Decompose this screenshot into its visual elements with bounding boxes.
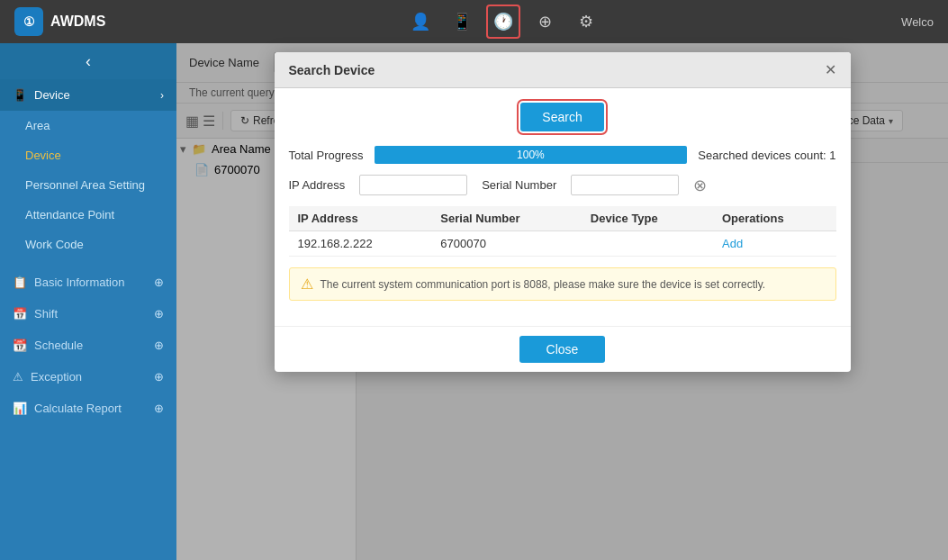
device-nav-btn[interactable]: 📱 [445,5,479,39]
basic-info-icon: 📋 [13,275,27,289]
modal-footer: Close [275,326,851,372]
result-row: 192.168.2.222 6700070 Add [289,231,836,257]
result-type [582,231,713,257]
warning-icon: ⚠ [301,275,313,293]
sidebar-bottom: 📋 Basic Information ⊕ 📅 Shift ⊕ 📆 Schedu… [0,266,176,424]
warning-row: ⚠ The current system communication port … [289,267,836,301]
modal-overlay: Search Device ✕ Search Total Progress 10… [176,43,948,560]
result-table: IP Address Serial Number Device Type Ope… [289,206,836,257]
nav-icons: 👤 📱 🕐 ⊕ ⚙ [123,5,883,39]
result-ip: 192.168.2.222 [289,231,432,257]
sidebar-device-header[interactable]: 📱 Device › [0,79,176,111]
device-section-icon: 📱 [13,88,27,102]
sidebar-schedule[interactable]: 📆 Schedule ⊕ [0,330,176,361]
exception-icon: ⚠ [13,370,23,384]
shift-icon: 📅 [13,307,27,321]
sidebar-item-workcode[interactable]: Work Code [0,230,176,259]
modal-close-btn[interactable]: ✕ [825,61,836,78]
sidebar-calc-report[interactable]: 📊 Calculate Report ⊕ [0,393,176,424]
add-device-link[interactable]: Add [722,237,743,250]
logo-icon: ① [14,7,43,36]
result-col-serial: Serial Number [431,206,582,231]
result-col-ip: IP Address [289,206,432,231]
warning-text: The current system communication port is… [321,278,766,291]
device-section-expand-icon: › [160,89,164,102]
app-logo: ① AWDMS [14,7,105,36]
main-layout: ‹ 📱 Device › Area Device Personnel Area … [0,43,948,560]
user-nav-icon[interactable]: 👤 [403,5,438,39]
progress-bar-fill: 100% [375,146,688,164]
clock-nav-btn[interactable]: 🕐 [486,5,520,39]
result-ops: Add [713,231,836,257]
exception-expand: ⊕ [154,370,164,384]
filter-serial-label: Serial Number [482,178,556,192]
sidebar-basic-info[interactable]: 📋 Basic Information ⊕ [0,266,176,298]
modal-search-button[interactable]: Search [520,103,603,131]
modal-header: Search Device ✕ [275,52,851,88]
filter-row: IP Address Serial Number ⊗ [289,175,836,195]
modal-close-button[interactable]: Close [519,336,606,363]
progress-bar-wrap: 100% [375,146,688,164]
sidebar-exception[interactable]: ⚠ Exception ⊕ [0,361,176,393]
sidebar-back-btn[interactable]: ‹ [0,43,176,79]
searched-count: Searched devices count: 1 [698,149,835,162]
top-nav: ① AWDMS 👤 📱 🕐 ⊕ ⚙ Welco [0,0,948,43]
search-device-modal: Search Device ✕ Search Total Progress 10… [275,52,851,372]
modal-title: Search Device [289,63,375,77]
progress-value: 100% [517,149,545,161]
sidebar-shift[interactable]: 📅 Shift ⊕ [0,298,176,330]
content-area: Device Name Serial Number 🔍 ✕ The curren… [176,43,948,560]
filter-clear-btn[interactable]: ⊗ [693,177,707,194]
filter-ip-label: IP Address [289,178,346,192]
sidebar-item-device[interactable]: Device [0,140,176,170]
basic-info-expand: ⊕ [154,275,164,289]
device-section-label: Device [34,88,70,102]
device-section: 📱 Device › Area Device Personnel Area Se… [0,79,176,259]
filter-ip-input[interactable] [359,175,467,195]
sidebar-item-attendance[interactable]: Attendance Point [0,200,176,230]
result-col-ops: Operations [713,206,836,231]
filter-serial-input[interactable] [571,175,679,195]
modal-body: Search Total Progress 100% Searched devi… [275,88,851,326]
result-serial: 6700070 [431,231,582,257]
sidebar: ‹ 📱 Device › Area Device Personnel Area … [0,43,176,560]
schedule-expand: ⊕ [154,339,164,352]
shift-expand: ⊕ [154,307,164,321]
total-progress-label: Total Progress [289,149,364,162]
welcome-text: Welco [901,15,934,29]
progress-row: Total Progress 100% Searched devices cou… [289,146,836,164]
add-nav-btn[interactable]: ⊕ [528,5,562,39]
sidebar-item-personnel[interactable]: Personnel Area Setting [0,170,176,200]
app-name: AWDMS [50,14,105,30]
settings-nav-btn[interactable]: ⚙ [569,5,603,39]
sidebar-item-area[interactable]: Area [0,111,176,140]
calc-report-icon: 📊 [13,402,27,415]
schedule-icon: 📆 [13,339,27,352]
calc-report-expand: ⊕ [154,402,164,415]
result-col-type: Device Type [582,206,713,231]
